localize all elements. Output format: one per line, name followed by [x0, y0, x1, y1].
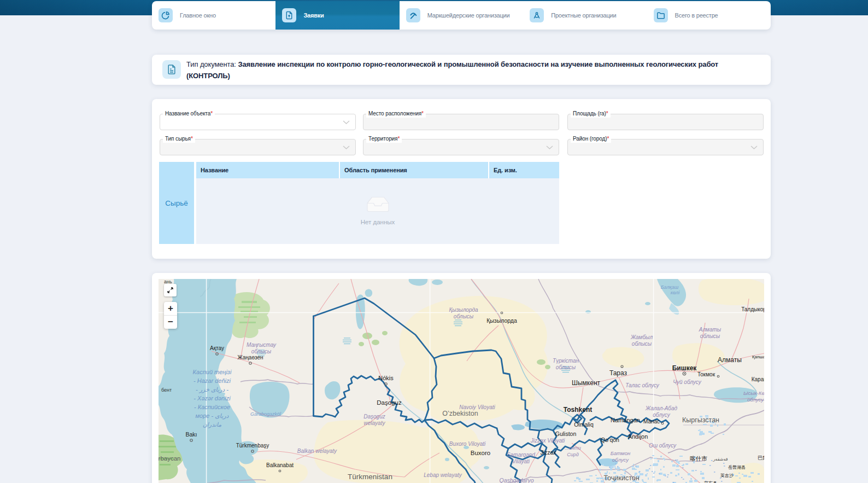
svg-text:Andijon: Andijon — [628, 433, 648, 440]
svg-text:- Hazar deňizi: - Hazar deňizi — [193, 377, 231, 384]
svg-text:Ысык-Көл: Ысык-Көл — [743, 390, 764, 396]
svg-text:英吉沙: 英吉沙 — [720, 473, 734, 478]
svg-text:облысы: облысы — [251, 348, 272, 354]
svg-text:Тараз: Тараз — [609, 369, 627, 377]
svg-text:Türkmenbaşy: Türkmenbaşy — [236, 443, 269, 449]
svg-text:- Xəzər dənizi: - Xəzər dənizi — [193, 395, 231, 401]
svg-text:облысы: облысы — [632, 341, 652, 347]
svg-text:Шымкент: Шымкент — [572, 379, 601, 387]
svg-text:Daşoguz: Daşoguz — [377, 399, 402, 406]
svg-text:Тоҷикистон: Тоҷикистон — [603, 474, 639, 482]
svg-text:Карако: Карако — [752, 376, 764, 382]
svg-text:Buxoro Viloyati: Buxoro Viloyati — [449, 441, 486, 447]
svg-text:Qashqadaryo: Qashqadaryo — [499, 477, 533, 483]
svg-text:Vilayati: Vilayati — [512, 458, 530, 464]
svg-text:Балқаш: Балқаш — [661, 284, 679, 290]
svg-text:Қапшағай: Қапшағай — [752, 354, 764, 359]
svg-text:Daşoguz: Daşoguz — [363, 414, 385, 420]
svg-text:Сирд: Сирд — [567, 452, 579, 457]
svg-text:Талдыкор: Талдыкор — [741, 306, 764, 312]
svg-text:巴楚: 巴楚 — [758, 455, 764, 461]
svg-text:Jizzax Viloyati: Jizzax Viloyati — [530, 438, 565, 444]
svg-text:喀什市: 喀什市 — [690, 455, 707, 462]
svg-text:облусу: облусу — [653, 412, 670, 418]
svg-text:Navoiy Viloyati: Navoiy Viloyati — [459, 404, 495, 410]
svg-text:莎车县: 莎车县 — [704, 481, 717, 483]
svg-text:- دریای خزر -: - دریای خزر - — [196, 386, 228, 393]
svg-text:Namangan: Namangan — [611, 417, 640, 423]
svg-text:Түркістан: Түркістан — [553, 358, 579, 364]
svg-text:Olmaliq: Olmaliq — [574, 421, 594, 428]
svg-text:Чуй облусу: Чуй облусу — [673, 379, 701, 385]
svg-text:Жаңаөзен: Жаңаөзен — [237, 354, 263, 360]
svg-text:Алматы: Алматы — [699, 327, 722, 333]
svg-text:облысы: облысы — [454, 313, 474, 319]
svg-text:Талас облусу: Талас облусу — [625, 382, 660, 388]
svg-text:Guliston: Guliston — [555, 430, 577, 437]
svg-text:Токмок: Токмок — [697, 371, 715, 377]
svg-text:море - دریای: море - دریای — [196, 412, 229, 420]
svg-text:ماندران: ماندران — [203, 421, 222, 428]
svg-text:- Каспийское: - Каспийское — [194, 404, 230, 410]
svg-text:Jizzax: Jizzax — [540, 449, 556, 456]
svg-text:Türkmenistan: Türkmenistan — [348, 473, 392, 481]
svg-text:облысы: облысы — [556, 364, 576, 370]
svg-text:Маңғыстау: Маңғыстау — [247, 342, 277, 348]
svg-text:Алматы: Алматы — [718, 356, 742, 364]
svg-text:Каспий теңізі: Каспий теңізі — [193, 369, 232, 375]
svg-text:Қызылорда: Қызылорда — [486, 317, 517, 324]
svg-text:Батмон: Батмон — [611, 450, 631, 456]
svg-text:Ош облусу: Ош облусу — [649, 443, 677, 449]
svg-text:Balkan welayaty: Balkan welayaty — [297, 448, 337, 454]
svg-text:облусу: облусу — [612, 457, 629, 463]
svg-text:Кыргызстан: Кыргызстан — [682, 416, 719, 424]
svg-text:O’zbekiston: O’zbekiston — [442, 410, 478, 417]
svg-text:Lebap welayaty: Lebap welayaty — [424, 472, 462, 478]
svg-text:Ақтау: Ақтау — [210, 345, 224, 351]
svg-text:Қызылорда: Қызылорда — [449, 307, 478, 313]
svg-text:岳普湖县: 岳普湖县 — [728, 465, 746, 470]
svg-text:Balkanabat: Balkanabat — [266, 462, 294, 468]
svg-text:облысы: облысы — [700, 333, 720, 339]
svg-text:Toshkent: Toshkent — [564, 406, 592, 414]
svg-text:...ояти: ...ояти — [565, 445, 581, 451]
svg-text:rbaycan: rbaycan — [159, 455, 180, 462]
svg-text:облусу: облусу — [747, 397, 764, 403]
svg-text:Qo‘qon: Qo‘qon — [601, 437, 619, 443]
svg-text:Манас: Манас — [643, 418, 660, 424]
svg-text:قەشقەر: قەشقەر — [712, 457, 728, 462]
svg-text:көлі: көлі — [671, 290, 680, 295]
svg-text:Samarqand: Samarqand — [507, 452, 535, 458]
svg-text:Nókis: Nókis — [378, 375, 394, 381]
svg-text:welayaty: welayaty — [364, 420, 386, 426]
svg-text:Бишкек: Бишкек — [672, 364, 697, 372]
svg-text:Жамбыл: Жамбыл — [630, 334, 653, 340]
svg-text:Bakı: Bakı — [185, 431, 197, 438]
svg-text:Жалал-Абад: Жалал-Абад — [645, 405, 677, 411]
svg-text:Buxoro: Buxoro — [471, 450, 490, 456]
svg-text:бент: бент — [161, 387, 172, 393]
svg-text:Garabogazköl: Garabogazköl — [250, 411, 281, 417]
